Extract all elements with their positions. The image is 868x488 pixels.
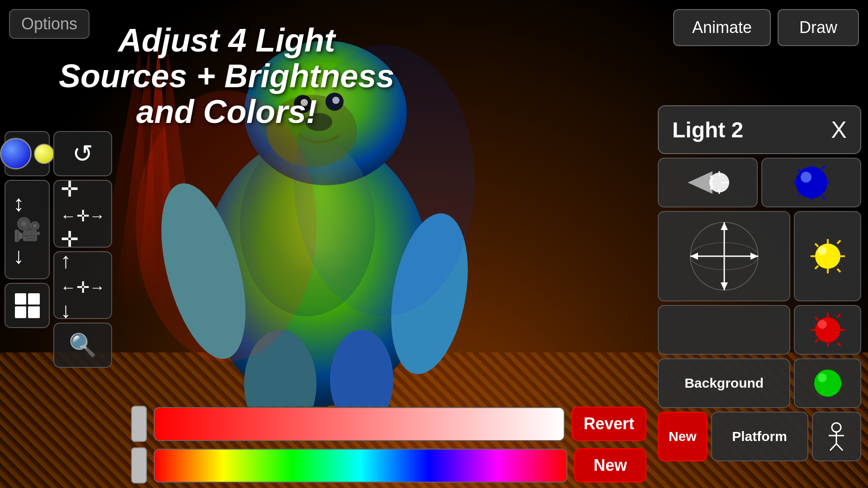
platform-label: Platform (732, 429, 787, 444)
svg-point-44 (815, 244, 840, 269)
color-slider-thumb[interactable] (131, 447, 147, 483)
camera-updown-button[interactable]: ↕🎥↓ (5, 180, 50, 279)
brightness-slider-row: Revert (131, 406, 646, 442)
yellow-sphere (34, 144, 54, 164)
color-spheres-button[interactable] (5, 131, 50, 176)
brightness-cone-control[interactable] (658, 158, 758, 207)
light2-label: Light 2 (672, 117, 743, 142)
svg-point-27 (801, 172, 811, 183)
tilt-button[interactable]: ↑←✛→↓ (53, 251, 112, 319)
svg-line-62 (815, 339, 818, 343)
svg-marker-19 (688, 171, 712, 194)
svg-point-65 (818, 373, 827, 382)
new-label: New (669, 429, 697, 444)
draw-button[interactable]: Draw (778, 9, 859, 46)
background-row: Background (658, 358, 861, 408)
svg-line-33 (822, 166, 825, 169)
svg-line-53 (837, 269, 840, 272)
direction-control[interactable] (658, 211, 790, 301)
svg-marker-42 (690, 253, 698, 260)
color-slider-row: New (131, 447, 646, 483)
platform-row: New Platform (658, 412, 861, 461)
top-right-controls: Animate Draw (673, 9, 859, 46)
new-button[interactable]: New (658, 412, 708, 461)
svg-line-34 (798, 193, 801, 196)
svg-point-45 (818, 246, 827, 255)
left-column-2: ↺ ✛←✛→✛ ↑←✛→↓ 🔍 (53, 131, 112, 368)
camera-updown-icon: ↕🎥↓ (13, 190, 41, 269)
light2-color-blue[interactable] (761, 158, 861, 207)
empty-control (658, 305, 790, 355)
grid-button[interactable] (5, 283, 50, 328)
title-line1: Adjust 4 Light (59, 23, 394, 58)
svg-point-64 (814, 370, 841, 397)
title-line2: Sources + Brightness (59, 58, 394, 94)
red-dot-row (658, 305, 861, 355)
svg-line-63 (837, 343, 840, 346)
brightness-slider-track[interactable] (154, 407, 565, 441)
yellow-sun-icon (810, 238, 846, 274)
brightness-row (658, 158, 861, 207)
fourway-icon: ✛←✛→✛ (61, 176, 105, 252)
svg-marker-41 (721, 282, 728, 290)
svg-line-70 (836, 444, 843, 450)
move-4way-button[interactable]: ✛←✛→✛ (53, 180, 112, 248)
background-color-green[interactable] (794, 358, 861, 408)
background-label: Background (684, 375, 764, 391)
color-slider-track[interactable] (154, 449, 567, 483)
svg-point-54 (815, 317, 840, 343)
svg-line-52 (815, 266, 818, 269)
new-slider-button[interactable]: New (574, 448, 646, 483)
svg-marker-43 (750, 253, 758, 260)
blue-sphere (0, 138, 32, 169)
svg-line-61 (837, 314, 840, 317)
revert-button[interactable]: Revert (571, 407, 646, 441)
rotate-button[interactable]: ↺ (53, 131, 112, 176)
svg-line-35 (822, 196, 825, 199)
title-text: Adjust 4 Light Sources + Brightness and … (59, 23, 394, 130)
background-button[interactable]: Background (658, 358, 790, 408)
rotate-icon: ↺ (72, 139, 93, 168)
character-button[interactable] (812, 412, 862, 461)
svg-line-50 (815, 244, 818, 247)
platform-button[interactable]: Platform (711, 412, 808, 461)
direction-crosshair-icon (688, 220, 760, 292)
direction-color-row (658, 211, 861, 301)
magnify-button[interactable]: 🔍 (53, 323, 112, 368)
person-icon (822, 422, 851, 451)
light2-color-yellow[interactable] (794, 211, 861, 301)
brightness-slider-thumb[interactable] (131, 406, 147, 442)
right-panel: Light 2 X (651, 0, 868, 488)
light2-color-red[interactable] (794, 305, 861, 355)
svg-line-51 (837, 240, 840, 244)
magnify-icon: 🔍 (69, 332, 97, 358)
grid-icon (15, 293, 40, 318)
svg-line-60 (815, 317, 818, 320)
svg-marker-40 (721, 222, 728, 230)
green-dot-icon (812, 367, 844, 399)
svg-point-66 (832, 423, 841, 432)
tilt-icon: ↑←✛→↓ (61, 248, 105, 323)
blue-light-icon (793, 164, 830, 201)
svg-point-55 (818, 320, 827, 329)
bottom-sliders: Revert New (131, 406, 646, 483)
left-controls-panel: ↕🎥↓ ↺ ✛←✛→✛ ↑←✛→↓ 🔍 (0, 127, 127, 372)
title-line3: and Colors! (59, 94, 394, 130)
svg-line-32 (798, 169, 801, 172)
light2-close-button[interactable]: X (831, 116, 847, 143)
svg-point-17 (136, 90, 316, 361)
options-button[interactable]: Options (9, 9, 90, 39)
svg-line-69 (830, 444, 836, 450)
light2-panel: Light 2 X (658, 105, 861, 154)
red-sun-icon (810, 312, 846, 348)
brightness-cone-icon (685, 167, 731, 198)
left-column-1: ↕🎥↓ (5, 131, 50, 368)
animate-button[interactable]: Animate (673, 9, 771, 46)
